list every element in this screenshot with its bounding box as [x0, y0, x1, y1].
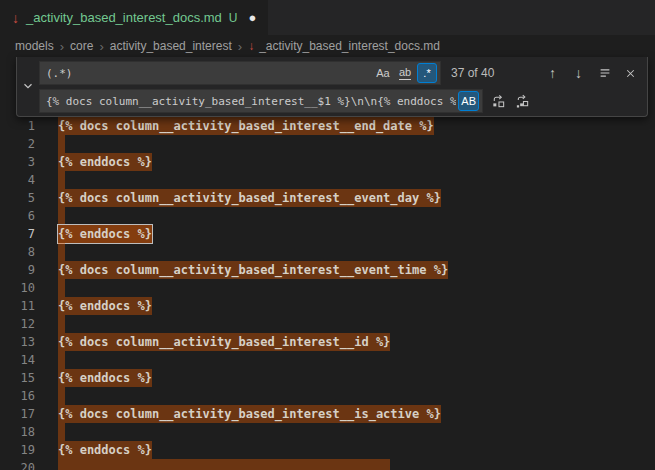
- code-line[interactable]: 5{% docs column__activity_based_interest…: [0, 189, 655, 207]
- code-line[interactable]: 7{% enddocs %}: [0, 225, 655, 243]
- code-line[interactable]: 4: [0, 171, 655, 189]
- line-number: 17: [0, 405, 35, 423]
- replace-input[interactable]: [42, 90, 456, 112]
- code-line[interactable]: 2: [0, 135, 655, 153]
- breadcrumb: models › core › activity_based_interest …: [0, 35, 655, 57]
- find-match-highlight: {% enddocs %}: [58, 441, 152, 459]
- line-number: 9: [0, 261, 35, 279]
- chevron-right-icon: ›: [60, 39, 64, 54]
- find-match-highlight: [58, 171, 65, 189]
- find-match-highlight: {% docs column__activity_based_interest_…: [58, 405, 441, 423]
- find-match-highlight: [58, 243, 65, 261]
- find-match-highlight: {% enddocs %}: [58, 297, 152, 315]
- code-line[interactable]: 10: [0, 279, 655, 297]
- line-number: 5: [0, 189, 35, 207]
- replace-input-container: AB: [39, 89, 483, 113]
- previous-match-button[interactable]: ↑: [542, 63, 563, 84]
- find-match-highlight: {% docs column__activity_based_interest_…: [58, 261, 448, 279]
- line-number: 16: [0, 387, 35, 405]
- replace-icon: [491, 94, 506, 109]
- line-number: 18: [0, 423, 35, 441]
- preserve-case-button[interactable]: AB: [458, 91, 479, 111]
- regex-button[interactable]: .*: [417, 63, 437, 83]
- line-number: 7: [0, 225, 35, 243]
- breadcrumb-item-file[interactable]: ↓ _activity_based_interest_docs.md: [248, 39, 440, 53]
- chevron-right-icon: ›: [99, 39, 103, 54]
- results-count: 37 of 40: [451, 66, 494, 80]
- code-line[interactable]: 19{% enddocs %}: [0, 441, 655, 459]
- code-line[interactable]: 18: [0, 423, 655, 441]
- code-line[interactable]: 15{% enddocs %}: [0, 369, 655, 387]
- find-match-highlight: [58, 351, 65, 369]
- code-line[interactable]: 11{% enddocs %}: [0, 297, 655, 315]
- find-match-highlight: {% docs column__activity_based_interest_…: [58, 189, 441, 207]
- close-find-button[interactable]: [620, 63, 641, 84]
- line-number: 3: [0, 153, 35, 171]
- whole-word-button[interactable]: ab: [395, 63, 415, 83]
- line-number: 14: [0, 351, 35, 369]
- find-match-highlight: [58, 423, 65, 441]
- find-match-highlight: {% docs column__activity_based_interest_…: [58, 117, 434, 135]
- line-number: 10: [0, 279, 35, 297]
- code-line[interactable]: 1{% docs column__activity_based_interest…: [0, 117, 655, 135]
- find-replace-widget: Aa ab .* 37 of 40 ↑ ↓: [16, 57, 648, 117]
- chevron-right-icon: ›: [238, 39, 242, 54]
- code-line[interactable]: 12: [0, 315, 655, 333]
- tab-activity-based-interest-docs[interactable]: ↓ _activity_based_interest_docs.md U ●: [0, 0, 268, 35]
- find-match-highlight: [58, 459, 390, 470]
- code-line[interactable]: 17{% docs column__activity_based_interes…: [0, 405, 655, 423]
- find-input[interactable]: [42, 62, 371, 84]
- replace-button[interactable]: [488, 91, 509, 112]
- find-match-highlight: {% enddocs %}: [58, 153, 152, 171]
- current-find-match: {% enddocs %}: [58, 225, 152, 243]
- line-number: 2: [0, 135, 35, 153]
- chevron-down-icon: [21, 79, 35, 93]
- line-number: 1: [0, 117, 35, 135]
- code-line[interactable]: 13{% docs column__activity_based_interes…: [0, 333, 655, 351]
- code-line[interactable]: 16: [0, 387, 655, 405]
- find-match-highlight: [58, 135, 65, 153]
- find-match-highlight: [58, 207, 65, 225]
- line-number: 19: [0, 441, 35, 459]
- close-icon: [624, 67, 637, 80]
- markdown-file-icon: ↓: [248, 40, 254, 52]
- code-line[interactable]: 3{% enddocs %}: [0, 153, 655, 171]
- find-match-highlight: {% docs column__activity_based_interest_…: [58, 333, 390, 351]
- line-number: 12: [0, 315, 35, 333]
- tab-bar: ↓ _activity_based_interest_docs.md U ●: [0, 0, 655, 35]
- code-line[interactable]: 14: [0, 351, 655, 369]
- find-input-container: Aa ab .*: [39, 61, 441, 85]
- breadcrumb-file-label: _activity_based_interest_docs.md: [259, 39, 440, 53]
- arrow-up-icon: ↑: [549, 65, 556, 81]
- code-line[interactable]: 8: [0, 243, 655, 261]
- line-number: 15: [0, 369, 35, 387]
- replace-all-button[interactable]: [512, 91, 533, 112]
- tab-filename: _activity_based_interest_docs.md: [26, 10, 222, 25]
- match-case-button[interactable]: Aa: [373, 63, 393, 83]
- breadcrumb-item-core[interactable]: core: [70, 39, 93, 53]
- modified-dot-icon[interactable]: ●: [249, 11, 257, 24]
- line-number: 20: [0, 459, 35, 470]
- line-number: 11: [0, 297, 35, 315]
- line-number: 13: [0, 333, 35, 351]
- replace-all-icon: [515, 94, 530, 109]
- code-line[interactable]: 20: [0, 459, 655, 470]
- selection-lines-icon: [598, 66, 612, 80]
- git-status-badge: U: [229, 11, 238, 25]
- line-number: 4: [0, 171, 35, 189]
- next-match-button[interactable]: ↓: [568, 63, 589, 84]
- breadcrumb-item-activity-based-interest[interactable]: activity_based_interest: [110, 39, 232, 53]
- find-match-highlight: [58, 279, 65, 297]
- arrow-down-icon: ↓: [575, 65, 582, 81]
- line-number: 6: [0, 207, 35, 225]
- find-match-highlight: {% enddocs %}: [58, 369, 152, 387]
- editor[interactable]: 1{% docs column__activity_based_interest…: [0, 117, 655, 470]
- code-line[interactable]: 9{% docs column__activity_based_interest…: [0, 261, 655, 279]
- toggle-replace-button[interactable]: [17, 61, 39, 110]
- line-number: 8: [0, 243, 35, 261]
- find-match-highlight: [58, 387, 65, 405]
- find-match-highlight: [58, 315, 65, 333]
- code-line[interactable]: 6: [0, 207, 655, 225]
- find-in-selection-button[interactable]: [594, 63, 615, 84]
- breadcrumb-item-models[interactable]: models: [15, 39, 54, 53]
